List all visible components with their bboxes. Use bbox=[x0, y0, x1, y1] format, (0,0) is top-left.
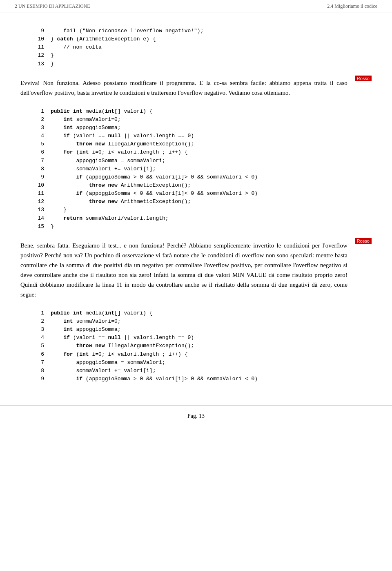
line-number: 10 bbox=[33, 181, 44, 190]
code-line: 6 for (int i=0; i< valori.length ; i++) … bbox=[33, 350, 372, 359]
header-right: 2.4 Miglioriamo il codice bbox=[327, 3, 377, 9]
line-number: 12 bbox=[33, 51, 44, 60]
page-footer: Pag. 13 bbox=[0, 405, 392, 427]
line-number: 6 bbox=[33, 350, 44, 359]
line-text: } bbox=[51, 223, 54, 231]
section-para2: Bene, sembra fatta. Eseguiamo il test...… bbox=[20, 236, 372, 303]
line-number: 15 bbox=[33, 223, 44, 231]
code-line: 9 fail ("Non riconosce l'overflow negati… bbox=[33, 27, 372, 35]
page-content: 9 fail ("Non riconosce l'overflow negati… bbox=[0, 13, 392, 397]
line-text: sommaValori += valori[i]; bbox=[51, 367, 156, 375]
line-number: 13 bbox=[33, 60, 44, 68]
line-number: 6 bbox=[33, 148, 44, 156]
line-number: 2 bbox=[33, 116, 44, 124]
line-number: 12 bbox=[33, 198, 44, 206]
line-text: } bbox=[51, 206, 67, 214]
code-line: 7 appoggioSomma = sommaValori; bbox=[33, 157, 372, 165]
code-line: 8 sommaValori += valori[i]; bbox=[33, 367, 372, 375]
code-block-2: 1public int media(int[] valori) {2 int s… bbox=[33, 309, 372, 383]
page-header: 2 UN ESEMPIO DI APPLICAZIONE 2.4 Miglior… bbox=[0, 0, 392, 13]
line-text: appoggioSomma = sommaValori; bbox=[51, 157, 165, 165]
line-text: int appoggioSomma; bbox=[51, 326, 121, 334]
line-number: 3 bbox=[33, 124, 44, 132]
line-number: 7 bbox=[33, 157, 44, 165]
code-block-1: 1public int media(int[] valori) {2 int s… bbox=[33, 107, 372, 231]
line-number: 4 bbox=[33, 334, 44, 342]
rosso-badge-1: Rosso bbox=[352, 74, 372, 82]
line-number: 3 bbox=[33, 326, 44, 334]
line-number: 4 bbox=[33, 132, 44, 140]
line-number: 11 bbox=[33, 190, 44, 198]
line-text: int sommaValori=0; bbox=[51, 317, 121, 326]
code-line: 11 if (appoggioSomma < 0 && valori[i]< 0… bbox=[33, 190, 372, 198]
line-number: 2 bbox=[33, 317, 44, 326]
line-text: return sommaValori/valori.length; bbox=[51, 214, 169, 223]
line-text: int sommaValori=0; bbox=[51, 116, 121, 124]
line-number: 1 bbox=[33, 309, 44, 317]
code-line: 13 } bbox=[33, 206, 372, 214]
page-number: Pag. 13 bbox=[187, 413, 205, 419]
code-line: 1public int media(int[] valori) { bbox=[33, 309, 372, 317]
code-line: 9 if (appoggioSomma > 0 && valori[i]> 0 … bbox=[33, 375, 372, 383]
line-text: if (valori == null || valori.length == 0… bbox=[51, 132, 194, 140]
para2-prose: Bene, sembra fatta. Eseguiamo il test...… bbox=[20, 236, 347, 303]
para2-text: Bene, sembra fatta. Eseguiamo il test...… bbox=[20, 241, 347, 299]
code-line: 12} bbox=[33, 51, 372, 60]
header-left: 2 UN ESEMPIO DI APPLICAZIONE bbox=[15, 3, 90, 9]
line-text: } bbox=[51, 60, 54, 68]
code-line: 2 int sommaValori=0; bbox=[33, 116, 372, 124]
code-line: 6 for (int i=0; i< valori.length ; i++) … bbox=[33, 148, 372, 156]
line-number: 8 bbox=[33, 165, 44, 173]
code-line: 8 sommaValori += valori[i]; bbox=[33, 165, 372, 173]
code-line: 14 return sommaValori/valori.length; bbox=[33, 214, 372, 223]
code-line: 4 if (valori == null || valori.length ==… bbox=[33, 132, 372, 140]
line-number: 10 bbox=[33, 35, 44, 43]
line-number: 9 bbox=[33, 173, 44, 181]
para1-prose: Evviva! Non funziona. Adesso possiamo mo… bbox=[20, 74, 347, 102]
code-line: 3 int appoggioSomma; bbox=[33, 124, 372, 132]
line-text: // non colta bbox=[51, 43, 102, 51]
line-text: throw new ArithmeticException(); bbox=[51, 198, 191, 206]
line-text: int appoggioSomma; bbox=[51, 124, 121, 132]
line-number: 11 bbox=[33, 43, 44, 51]
code-line: 4 if (valori == null || valori.length ==… bbox=[33, 334, 372, 342]
line-number: 14 bbox=[33, 214, 44, 223]
line-text: throw new ArithmeticException(); bbox=[51, 181, 191, 190]
line-number: 9 bbox=[33, 375, 44, 383]
code-line: 5 throw new IllegalArgumentException(); bbox=[33, 342, 372, 350]
line-text: if (appoggioSomma < 0 && valori[i]< 0 &&… bbox=[51, 190, 258, 198]
line-text: throw new IllegalArgumentException(); bbox=[51, 140, 194, 148]
code-line: 10 throw new ArithmeticException(); bbox=[33, 181, 372, 190]
code-line: 2 int sommaValori=0; bbox=[33, 317, 372, 326]
line-text: public int media(int[] valori) { bbox=[51, 107, 153, 116]
code-line: 15} bbox=[33, 223, 372, 231]
line-text: if (appoggioSomma > 0 && valori[i]> 0 &&… bbox=[51, 375, 258, 383]
line-number: 9 bbox=[33, 27, 44, 35]
code-line: 7 appoggioSomma = sommaValori; bbox=[33, 359, 372, 367]
code-line: 12 throw new ArithmeticException(); bbox=[33, 198, 372, 206]
para1-text: Evviva! Non funziona. Adesso possiamo mo… bbox=[20, 78, 347, 98]
line-number: 13 bbox=[33, 206, 44, 214]
line-text: if (valori == null || valori.length == 0… bbox=[51, 334, 194, 342]
line-number: 8 bbox=[33, 367, 44, 375]
rosso-badge-2: Rosso bbox=[352, 236, 372, 244]
line-text: for (int i=0; i< valori.length ; i++) { bbox=[51, 148, 187, 156]
intro-code-block: 9 fail ("Non riconosce l'overflow negati… bbox=[33, 27, 372, 68]
code-line: 13} bbox=[33, 60, 372, 68]
line-number: 5 bbox=[33, 140, 44, 148]
line-text: public int media(int[] valori) { bbox=[51, 309, 153, 317]
line-text: appoggioSomma = sommaValori; bbox=[51, 359, 165, 367]
line-text: if (appoggioSomma > 0 && valori[i]> 0 &&… bbox=[51, 173, 258, 181]
line-text: for (int i=0; i< valori.length ; i++) { bbox=[51, 350, 187, 359]
code-line: 1public int media(int[] valori) { bbox=[33, 107, 372, 116]
line-number: 7 bbox=[33, 359, 44, 367]
code-line: 5 throw new IllegalArgumentException(); bbox=[33, 140, 372, 148]
code-line: 3 int appoggioSomma; bbox=[33, 326, 372, 334]
line-text: sommaValori += valori[i]; bbox=[51, 165, 156, 173]
code-line: 9 if (appoggioSomma > 0 && valori[i]> 0 … bbox=[33, 173, 372, 181]
line-text: fail ("Non riconosce l'overflow negativo… bbox=[51, 27, 203, 35]
line-text: throw new IllegalArgumentException(); bbox=[51, 342, 194, 350]
line-number: 5 bbox=[33, 342, 44, 350]
section-para1: Evviva! Non funziona. Adesso possiamo mo… bbox=[20, 74, 372, 102]
code-line: 11 // non colta bbox=[33, 43, 372, 51]
